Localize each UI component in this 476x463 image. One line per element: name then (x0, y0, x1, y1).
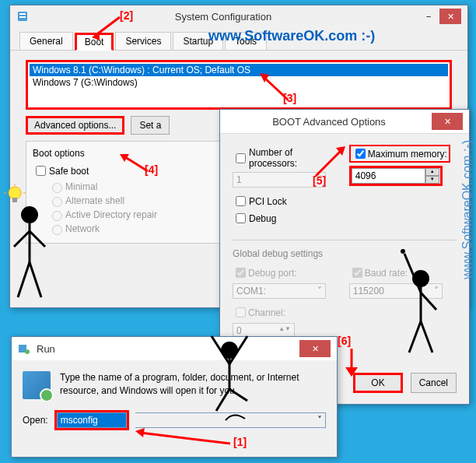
adrepair-radio (52, 211, 62, 221)
sysconfig-title: System Configuration (29, 11, 418, 23)
altshell-radio (52, 197, 62, 207)
svg-marker-5 (92, 31, 100, 40)
network-label: Network (65, 223, 100, 234)
svg-marker-10 (135, 428, 145, 437)
open-label: Open: (23, 415, 48, 426)
set-default-button[interactable]: Set a (131, 116, 170, 135)
channel-label: Channel: (248, 307, 285, 318)
maxmem-input-wrap: ▲▼ (349, 166, 443, 186)
stickman-2 (202, 327, 257, 428)
svg-point-16 (21, 206, 38, 223)
arrow-1 (132, 426, 233, 450)
cancel-button[interactable]: Cancel (411, 373, 457, 393)
debugport-select: COM1:˅ (233, 283, 326, 299)
boot-entry[interactable]: Windows 7 (G:\Windows) (30, 76, 448, 89)
run-program-icon (23, 371, 51, 399)
svg-line-20 (18, 262, 30, 297)
watermark-top: www.SoftwareOK.com :-) (208, 28, 375, 44)
advopts-titlebar: BOOT Advanced Options ✕ (220, 110, 469, 134)
svg-point-34 (401, 249, 405, 254)
boot-list[interactable]: Windows 8.1 (C:\Windows) : Current OS; D… (26, 60, 452, 110)
run-titlebar: Run ✕ (12, 337, 337, 360)
svg-rect-2 (19, 16, 26, 18)
run-description: Type the name of a program, folder, docu… (60, 371, 326, 399)
minimal-radio (52, 183, 62, 193)
pcilock-label: PCI Lock (249, 196, 287, 207)
maxmem-row: Maximum memory: (349, 145, 450, 163)
safe-boot-radios: Minimal Alternate shell Active Directory… (48, 181, 221, 235)
run-input-highlight (54, 410, 129, 430)
pcilock-checkbox[interactable] (236, 196, 246, 206)
boot-entry-selected[interactable]: Windows 8.1 (C:\Windows) : Current OS; D… (30, 64, 448, 76)
stickman-3 (394, 247, 448, 356)
sysconfig-icon (16, 10, 29, 23)
svg-rect-1 (19, 13, 26, 15)
debug-checkbox[interactable] (236, 213, 246, 223)
numproc-checkbox[interactable] (236, 153, 246, 163)
advopts-close-button[interactable]: ✕ (432, 113, 463, 130)
annotation-1: [1] (233, 436, 247, 448)
svg-line-26 (216, 389, 229, 411)
altshell-label: Alternate shell (65, 195, 124, 206)
maxmem-label-text: Maximum memory: (368, 149, 447, 160)
adrepair-label: Active Directory repair (65, 209, 157, 220)
svg-line-31 (421, 293, 436, 310)
svg-point-4 (25, 349, 30, 354)
maxmem-spinner[interactable]: ▲▼ (425, 168, 439, 184)
svg-line-27 (229, 389, 247, 401)
svg-line-19 (30, 231, 45, 247)
watermark-side: www.SoftwareOK.com :-) (460, 140, 474, 279)
annotation-3: [3] (283, 92, 296, 104)
run-input[interactable] (57, 412, 127, 428)
run-icon-small (18, 342, 30, 355)
annotation-6: [6] (338, 335, 351, 347)
stickman-1 (6, 204, 53, 305)
run-close-button[interactable]: ✕ (299, 340, 331, 357)
minimize-button[interactable]: − (418, 9, 439, 24)
minimal-label: Minimal (65, 181, 97, 192)
svg-point-11 (9, 187, 21, 199)
annotation-4: [4] (145, 163, 158, 176)
chevron-down-icon: ˅ (317, 286, 322, 296)
arrow-6 (341, 345, 364, 380)
svg-line-21 (30, 262, 41, 297)
debugport-label: Debug port: (248, 268, 297, 279)
advopts-buttons: OK Cancel (353, 373, 457, 393)
svg-rect-12 (12, 198, 17, 202)
run-title: Run (37, 343, 299, 355)
sysconfig-titlebar: System Configuration − ✕ (10, 5, 467, 27)
baudrate-checkbox (352, 268, 362, 278)
debug-label: Debug (249, 213, 276, 224)
network-radio (52, 225, 62, 235)
advanced-options-button[interactable]: Advanced options... (26, 116, 124, 135)
annotation-5: [5] (313, 174, 326, 187)
svg-marker-9 (345, 367, 358, 377)
debugport-checkbox (236, 268, 246, 278)
maxmem-input[interactable] (352, 168, 425, 184)
arrow-2 (89, 14, 123, 42)
channel-checkbox (236, 307, 246, 317)
maxmem-checkbox[interactable] (355, 149, 366, 159)
tab-services[interactable]: Services (115, 32, 171, 50)
svg-line-32 (409, 321, 421, 353)
run-content: Type the name of a program, folder, docu… (12, 360, 337, 410)
annotation-2: [2] (120, 9, 133, 22)
close-button[interactable]: ✕ (439, 9, 461, 24)
tab-general[interactable]: General (19, 32, 73, 50)
advopts-title: BOOT Advanced Options (226, 116, 432, 128)
svg-line-33 (421, 321, 432, 353)
svg-line-18 (14, 231, 30, 247)
chevron-down-icon: ˅ (317, 415, 322, 426)
sysconfig-controls: − ✕ (418, 9, 461, 24)
safe-boot-checkbox[interactable] (36, 166, 46, 176)
safe-boot-label: Safe boot (49, 166, 89, 177)
